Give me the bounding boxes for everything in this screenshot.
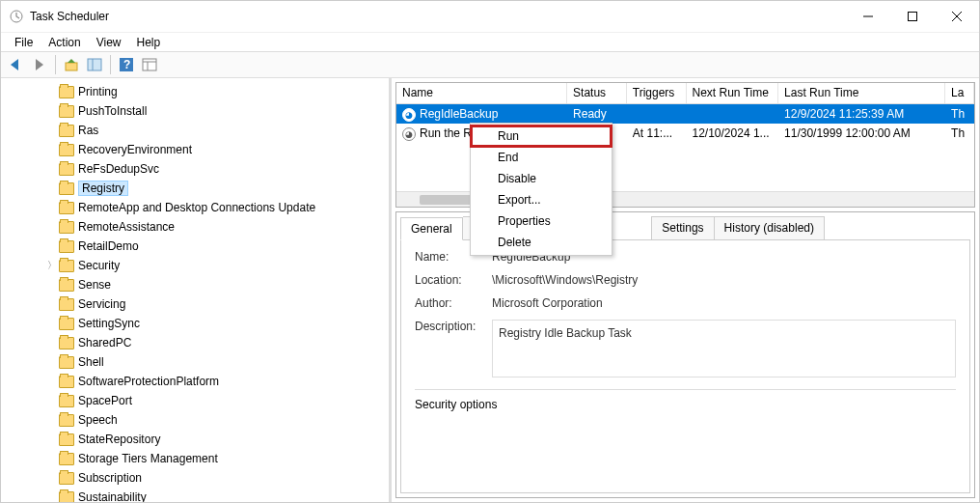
tree-item-label: SharedPC	[78, 336, 131, 349]
tree-item-security[interactable]: 〉Security	[1, 256, 389, 275]
tab-history[interactable]: History (disabled)	[715, 216, 825, 239]
menubar: File Action View Help	[1, 32, 979, 51]
tree-item-label: Sustainability	[78, 490, 147, 502]
forward-button[interactable]	[30, 55, 49, 74]
minimize-button[interactable]	[846, 1, 890, 32]
ctx-run[interactable]: Run	[470, 125, 612, 148]
folder-icon	[59, 453, 74, 465]
tree-item-softwareprotectionplatform[interactable]: SoftwareProtectionPlatform	[1, 372, 389, 391]
task-last-run: 12/9/2024 11:25:39 AM	[778, 107, 945, 121]
folder-icon	[59, 318, 74, 330]
tree-item-refsdedupsvc[interactable]: ReFsDedupSvc	[1, 159, 389, 179]
tree-item-label: RetailDemo	[78, 239, 139, 253]
menu-action[interactable]: Action	[41, 34, 88, 51]
clock-icon: ◕	[402, 127, 416, 141]
tree-item-ras[interactable]: Ras	[1, 121, 389, 140]
task-la: Th	[945, 126, 974, 140]
col-triggers[interactable]: Triggers	[627, 83, 687, 103]
tab-content-general: Name: RegIdleBackup Location: \Microsoft…	[400, 239, 970, 493]
task-name: Run the R	[420, 126, 472, 140]
show-hide-tree-button[interactable]	[85, 55, 104, 74]
label-description: Description:	[415, 320, 492, 333]
col-status[interactable]: Status	[567, 83, 627, 103]
tree-item-settingsync[interactable]: SettingSync	[1, 314, 389, 333]
tree-item-shell[interactable]: Shell	[1, 352, 389, 372]
close-button[interactable]	[935, 1, 979, 32]
label-location: Location:	[415, 273, 492, 287]
back-button[interactable]	[7, 55, 26, 74]
tree-item-registry[interactable]: Registry	[1, 179, 389, 198]
expand-icon[interactable]: 〉	[45, 259, 59, 272]
tree-item-label: PushToInstall	[78, 104, 147, 118]
tree-item-recoveryenvironment[interactable]: RecoveryEnvironment	[1, 140, 389, 159]
tree-item-sharedpc[interactable]: SharedPC	[1, 333, 389, 352]
ctx-delete[interactable]: Delete	[471, 232, 612, 253]
task-list-header: Name Status Triggers Next Run Time Last …	[396, 83, 974, 104]
tab-settings[interactable]: Settings	[651, 216, 714, 239]
ctx-export[interactable]: Export...	[471, 189, 612, 210]
menu-help[interactable]: Help	[129, 34, 169, 51]
tree-item-retaildemo[interactable]: RetailDemo	[1, 237, 389, 256]
window-controls	[846, 1, 979, 32]
task-row[interactable]: ◕RegIdleBackupReady12/9/2024 11:25:39 AM…	[396, 104, 974, 124]
col-last[interactable]: Last Run Time	[778, 83, 945, 103]
tree-item-spaceport[interactable]: SpacePort	[1, 391, 389, 410]
svg-rect-6	[88, 59, 101, 70]
tree-item-label: RecoveryEnvironment	[78, 143, 192, 156]
folder-icon	[59, 86, 74, 98]
tree-item-storage-tiers-management[interactable]: Storage Tiers Management	[1, 449, 389, 468]
titlebar: Task Scheduler	[1, 1, 979, 32]
value-description: Registry Idle Backup Task	[492, 320, 956, 377]
toolbar: ?	[1, 51, 979, 78]
menu-file[interactable]: File	[7, 34, 41, 51]
tree-item-speech[interactable]: Speech	[1, 410, 389, 430]
tree-item-staterepository[interactable]: StateRepository	[1, 430, 389, 449]
folder-icon	[59, 240, 74, 253]
tree-item-subscription[interactable]: Subscription	[1, 468, 389, 488]
col-name[interactable]: Name	[396, 83, 567, 103]
ctx-disable[interactable]: Disable	[471, 168, 612, 189]
svg-rect-10	[143, 59, 156, 70]
task-name: RegIdleBackup	[420, 107, 498, 121]
help-button[interactable]: ?	[117, 55, 136, 74]
tree-item-sustainability[interactable]: Sustainability	[1, 488, 389, 502]
tree-item-sense[interactable]: Sense	[1, 275, 389, 294]
tree-item-label: Security	[78, 259, 120, 272]
menu-view[interactable]: View	[89, 34, 129, 51]
tree-pane[interactable]: PrintingPushToInstallRasRecoveryEnvironm…	[1, 78, 392, 502]
tab-general[interactable]: General	[400, 217, 463, 240]
task-next-run: 12/10/2024 1...	[687, 126, 779, 140]
folder-icon	[59, 105, 74, 118]
tree-item-remoteassistance[interactable]: RemoteAssistance	[1, 217, 389, 237]
maximize-button[interactable]	[890, 1, 935, 32]
tree-item-label: SoftwareProtectionPlatform	[78, 375, 219, 388]
folder-icon	[59, 491, 74, 503]
folder-icon	[59, 144, 74, 156]
up-button[interactable]	[62, 55, 81, 74]
properties-button[interactable]	[140, 55, 159, 74]
col-next[interactable]: Next Run Time	[687, 83, 779, 103]
svg-rect-2	[909, 13, 917, 21]
ctx-properties[interactable]: Properties	[471, 210, 612, 232]
tree-item-printing[interactable]: Printing	[1, 82, 389, 101]
folder-icon	[59, 163, 74, 176]
folder-icon	[59, 376, 74, 388]
tree-item-label: Shell	[78, 355, 104, 369]
folder-icon	[59, 298, 74, 311]
task-last-run: 11/30/1999 12:00:00 AM	[778, 126, 945, 140]
tree-item-servicing[interactable]: Servicing	[1, 294, 389, 314]
folder-icon	[59, 260, 74, 272]
ctx-end[interactable]: End	[471, 147, 612, 168]
tree-item-label: Servicing	[78, 297, 125, 311]
folder-icon	[59, 221, 74, 234]
security-options-label: Security options	[415, 398, 497, 411]
tree-item-label: Storage Tiers Management	[78, 452, 218, 465]
svg-rect-5	[66, 63, 77, 70]
tree-item-remoteapp-and-desktop-connections-update[interactable]: RemoteApp and Desktop Connections Update	[1, 198, 389, 217]
tree-item-label: Ras	[78, 124, 98, 137]
tree-item-label: RemoteApp and Desktop Connections Update	[78, 201, 315, 214]
folder-icon	[59, 202, 74, 214]
col-la[interactable]: La	[945, 83, 974, 103]
tree-item-pushtoinstall[interactable]: PushToInstall	[1, 101, 389, 121]
tree-item-label: Registry	[78, 181, 128, 196]
